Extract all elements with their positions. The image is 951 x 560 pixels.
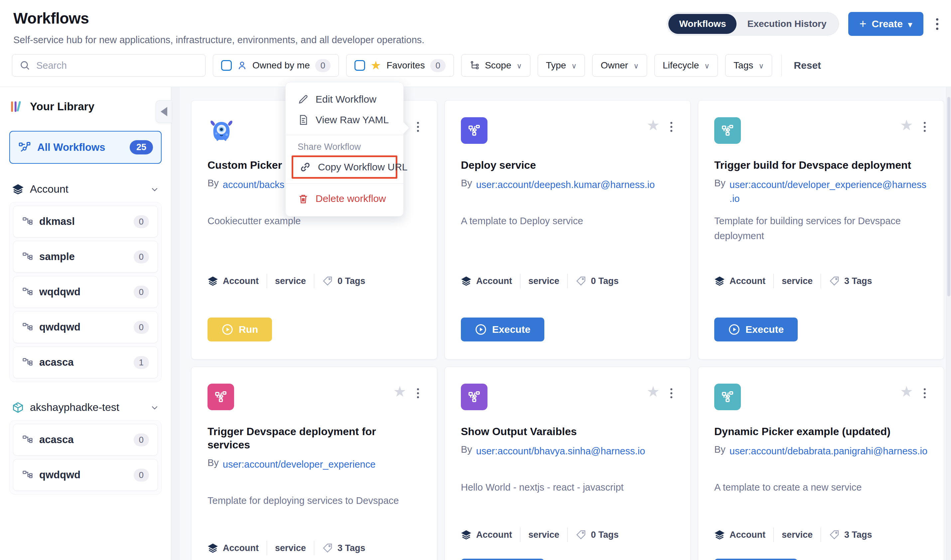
menu-item-delete-workflow[interactable]: Delete workflow bbox=[286, 188, 403, 209]
section-header-akshayphadke-test[interactable]: akshayphadke-test bbox=[9, 401, 162, 420]
search-input[interactable] bbox=[36, 60, 198, 71]
sidebar-item-all-workflows[interactable]: All Workflows 25 bbox=[9, 131, 162, 164]
card-kebab-menu[interactable] bbox=[668, 119, 674, 134]
reset-filters-link[interactable]: Reset bbox=[794, 60, 821, 71]
all-workflows-count-badge: 25 bbox=[130, 140, 153, 154]
filter-divider bbox=[781, 54, 782, 76]
workflow-owner-row: Byuser:account/deepesh.kumar@harness.io bbox=[461, 178, 674, 214]
top-bar: Workflows Self-service hub for new appli… bbox=[0, 0, 951, 46]
filter-dropdown-label: Tags bbox=[733, 60, 753, 71]
favorites-filter[interactable]: ★ Favorites 0 bbox=[346, 54, 454, 77]
footer-divider bbox=[267, 541, 267, 555]
org-project-icon bbox=[22, 216, 33, 227]
chevron-down-icon: ∨ bbox=[517, 62, 522, 71]
library-sidebar: Your Library All Workflows 25 Accountdkm… bbox=[0, 87, 171, 560]
filter-dropdown-lifecycle[interactable]: Lifecycle∨ bbox=[655, 54, 718, 77]
workflow-card: ★Show Output VaraiblesByuser:account/bha… bbox=[445, 367, 691, 560]
card-kebab-menu[interactable] bbox=[922, 119, 928, 134]
workflow-description: Template for building services for Devsp… bbox=[714, 214, 928, 273]
sidebar-item-acasca[interactable]: acasca0 bbox=[13, 424, 158, 456]
sidebar-item-qwdqwd[interactable]: qwdqwd0 bbox=[13, 311, 158, 343]
owner-link[interactable]: user:account/developer_experience@harnes… bbox=[730, 178, 928, 206]
filter-dropdown-owner[interactable]: Owner∨ bbox=[592, 54, 647, 77]
favorites-checkbox[interactable] bbox=[355, 60, 365, 71]
run-button[interactable]: Run bbox=[207, 317, 272, 342]
footer-divider bbox=[314, 274, 314, 288]
footer-divider bbox=[520, 528, 520, 542]
scrollbar-thumb[interactable] bbox=[947, 97, 950, 296]
card-kebab-menu[interactable] bbox=[415, 386, 421, 401]
trash-icon bbox=[298, 193, 309, 204]
org-project-icon bbox=[22, 251, 33, 262]
execute-button[interactable]: Execute bbox=[714, 317, 798, 342]
card-footer: Accountservice0 Tags bbox=[461, 273, 674, 289]
workflow-description: Hello World - nextjs - react - javascrip… bbox=[461, 480, 674, 526]
workflow-title: Deploy service bbox=[461, 158, 674, 172]
card-kebab-menu[interactable] bbox=[922, 386, 928, 401]
owned-by-me-count: 0 bbox=[315, 59, 330, 72]
sidebar-scrollbar-gutter[interactable] bbox=[171, 87, 180, 560]
filter-dropdown-label: Type bbox=[546, 60, 566, 71]
sidebar-item-sample[interactable]: sample0 bbox=[13, 241, 158, 273]
menu-item-copy-workflow-url[interactable]: Copy Workflow URL bbox=[293, 157, 396, 177]
sidebar-item-count: 0 bbox=[134, 215, 149, 228]
owned-by-me-checkbox[interactable] bbox=[221, 60, 232, 71]
execute-button[interactable]: Execute bbox=[461, 317, 544, 342]
sidebar-collapse-button[interactable] bbox=[156, 100, 171, 123]
sidebar-item-label: acasca bbox=[39, 356, 128, 368]
scope-badge: Account bbox=[207, 276, 259, 286]
menu-item-edit-workflow[interactable]: Edit Workflow bbox=[286, 89, 403, 109]
page-kebab-menu[interactable] bbox=[933, 15, 942, 33]
scope-label: Account bbox=[476, 276, 512, 286]
chevron-down-icon bbox=[150, 403, 159, 412]
tag-icon bbox=[322, 543, 333, 553]
workflow-title: Trigger build for Devspace deployment bbox=[714, 158, 928, 172]
content-scrollbar[interactable] bbox=[946, 87, 951, 560]
menu-item-view-raw-yaml[interactable]: View Raw YAML bbox=[286, 109, 403, 130]
layers-icon bbox=[207, 543, 218, 553]
sidebar-item-wqdqwd[interactable]: wqdqwd0 bbox=[13, 276, 158, 308]
execute-button[interactable]: Execute bbox=[461, 558, 544, 560]
favorite-star-icon[interactable]: ★ bbox=[647, 118, 660, 132]
action-button-label: Execute bbox=[492, 324, 530, 335]
favorite-star-icon[interactable]: ★ bbox=[900, 384, 913, 399]
edit-workflow-label: Edit Workflow bbox=[316, 94, 377, 105]
title-block: Workflows Self-service hub for new appli… bbox=[13, 9, 424, 46]
search-box[interactable] bbox=[12, 54, 205, 77]
type-label: service bbox=[528, 276, 559, 286]
sidebar-section-akshayphadke-test: akshayphadke-testacasca0qwdqwd0 bbox=[0, 401, 171, 495]
favorite-star-icon[interactable]: ★ bbox=[900, 118, 913, 132]
filter-dropdown-type[interactable]: Type∨ bbox=[538, 54, 585, 77]
filter-dropdown-tags[interactable]: Tags∨ bbox=[725, 54, 772, 77]
card-kebab-menu[interactable] bbox=[415, 119, 421, 134]
owner-link[interactable]: user:account/debabrata.panigrahi@harness… bbox=[730, 444, 927, 458]
tab-execution-history[interactable]: Execution History bbox=[736, 14, 837, 34]
layers-icon bbox=[207, 276, 218, 286]
card-kebab-menu[interactable] bbox=[668, 386, 674, 401]
workflow-tile-icon bbox=[461, 384, 488, 410]
footer-divider bbox=[520, 274, 520, 288]
favorite-star-icon[interactable]: ★ bbox=[647, 384, 660, 399]
create-button[interactable]: + Create ▾ bbox=[848, 12, 923, 36]
owner-link[interactable]: user:account/developer_experience bbox=[223, 457, 375, 471]
owner-link[interactable]: account/backs bbox=[223, 178, 284, 192]
execute-button[interactable]: Execute bbox=[714, 558, 798, 560]
by-label: By bbox=[207, 457, 219, 468]
owner-link[interactable]: user:account/bhavya.sinha@harness.io bbox=[476, 444, 645, 458]
section-header-account[interactable]: Account bbox=[9, 183, 162, 202]
tag-icon bbox=[576, 276, 586, 286]
chevron-down-icon: ▾ bbox=[908, 20, 912, 29]
owned-by-me-filter[interactable]: Owned by me 0 bbox=[213, 54, 339, 77]
favorite-star-icon[interactable]: ★ bbox=[394, 384, 406, 399]
tab-workflows[interactable]: Workflows bbox=[668, 14, 736, 34]
section-items-box: dkmasl0sample0wqdqwd0qwdqwd0acasca1 bbox=[9, 202, 162, 382]
filter-dropdown-scope[interactable]: Scope∨ bbox=[461, 54, 530, 77]
sidebar-item-acasca[interactable]: acasca1 bbox=[13, 346, 158, 378]
top-bar-actions: WorkflowsExecution History + Create ▾ bbox=[667, 12, 942, 36]
link-icon bbox=[299, 161, 311, 173]
workflow-description: Cookiecutter example bbox=[207, 214, 421, 273]
sidebar-item-dkmasl[interactable]: dkmasl0 bbox=[13, 206, 158, 237]
owner-link[interactable]: user:account/deepesh.kumar@harness.io bbox=[476, 178, 655, 192]
sidebar-item-qwdqwd[interactable]: qwdqwd0 bbox=[13, 459, 158, 491]
scope-badge: Account bbox=[714, 276, 766, 286]
